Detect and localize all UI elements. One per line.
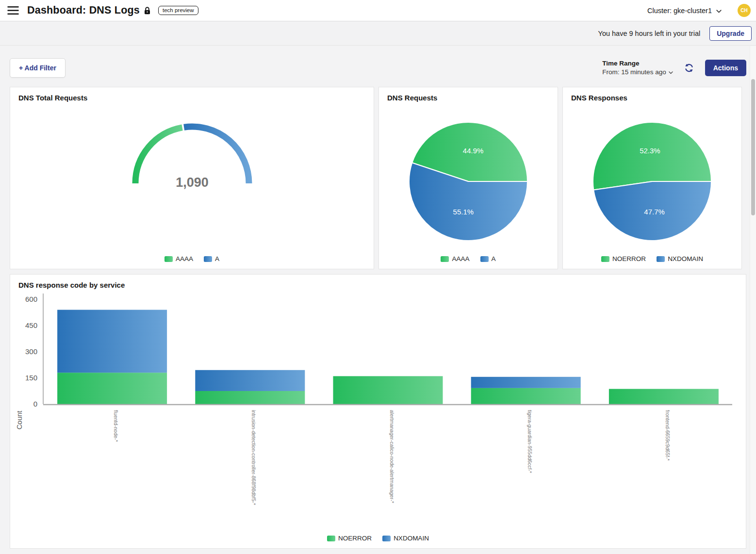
x-category-label: intrusion-detection-controller-868f98dbf… (251, 410, 257, 505)
y-tick-label: 600 (25, 295, 37, 303)
actions-button[interactable]: Actions (705, 60, 746, 76)
legend-swatch (480, 256, 489, 262)
pie-slice-label: 47.7% (644, 208, 665, 216)
legend-label: NXDOMAIN (668, 255, 703, 262)
x-category-label: fluentd-node-* (113, 410, 119, 442)
gauge-chart: 1,090 (10, 87, 374, 269)
pie-svg: 44.9%55.1% (379, 87, 558, 269)
time-range-label: Time Range (602, 59, 673, 68)
chart-legend: NOERRORNXDOMAIN (563, 255, 741, 262)
charts-row: DNS Total Requests 1,090 AAAAA DNS Reque… (10, 87, 746, 269)
legend-swatch (601, 256, 609, 262)
pie-slice-label: 52.3% (640, 147, 660, 155)
x-category-label: alertmanager-calico-node-alertmanager-* (389, 410, 395, 503)
bar-segment-nxdomain[interactable] (195, 370, 305, 391)
y-tick-label: 0 (33, 400, 37, 408)
chart-legend: AAAAA (379, 255, 558, 262)
refresh-icon[interactable] (683, 62, 695, 74)
legend-item-nxdomain[interactable]: NXDOMAIN (657, 255, 703, 262)
legend-swatch (204, 256, 212, 262)
legend-label: A (492, 255, 496, 262)
cluster-selector-label: Cluster: gke-cluster1 (647, 7, 712, 15)
chart-title: DNS Responses (571, 94, 627, 102)
gauge-value: 1,090 (176, 175, 209, 190)
chart-legend: NOERRORNXDOMAIN (10, 535, 746, 542)
hamburger-menu-icon[interactable] (7, 5, 19, 16)
chart-title: DNS response code by service (18, 281, 125, 289)
scrollbar-track[interactable] (750, 46, 756, 554)
bar-segment-noerror[interactable] (333, 376, 443, 404)
y-axis-title: Count (16, 411, 23, 430)
legend-label: AAAA (452, 255, 469, 262)
chevron-down-icon (716, 7, 722, 15)
bar-segment-noerror[interactable] (57, 373, 167, 404)
legend-label: NOERROR (612, 255, 646, 262)
legend-item-a[interactable]: A (204, 255, 219, 262)
y-tick-label: 300 (25, 347, 37, 356)
pie-svg: 52.3%47.7% (563, 87, 741, 269)
legend-item-nxdomain[interactable]: NXDOMAIN (382, 535, 429, 542)
legend-label: AAAA (176, 255, 193, 262)
bar-segment-noerror[interactable] (471, 388, 581, 404)
toolbar-right-group: Time Range From: 15 minutes ago Actions (602, 59, 746, 76)
legend-swatch (441, 256, 449, 262)
legend-item-noerror[interactable]: NOERROR (601, 255, 646, 262)
chart-title: DNS Total Requests (18, 94, 87, 102)
legend-item-aaaa[interactable]: AAAA (164, 255, 193, 262)
add-filter-button[interactable]: + Add Filter (10, 58, 66, 78)
legend-swatch (164, 256, 173, 262)
bar-segment-noerror[interactable] (609, 389, 719, 404)
trial-banner: You have 9 hours left in your trial Upgr… (0, 21, 756, 46)
pie-chart: 44.9%55.1% (379, 87, 558, 269)
x-category-label: tigera-guardian-955dd6ccf-* (527, 410, 533, 473)
bar-segment-noerror[interactable] (195, 391, 305, 404)
bar-chart-svg: 0150300450600fluentd-node-*intrusion-det… (10, 275, 733, 527)
time-range-value: From: 15 minutes ago (602, 68, 666, 77)
scrollbar-thumb[interactable] (751, 79, 755, 215)
tech-preview-badge: tech preview (158, 6, 198, 15)
legend-item-aaaa[interactable]: AAAA (441, 255, 469, 262)
y-tick-label: 150 (25, 374, 37, 382)
legend-item-noerror[interactable]: NOERROR (327, 535, 372, 542)
pie-slice-noerror[interactable] (593, 122, 711, 190)
pie-slice-label: 44.9% (463, 147, 484, 155)
lock-icon (144, 7, 150, 15)
bar-chart: 0150300450600fluentd-node-*intrusion-det… (10, 275, 746, 548)
chart-title: DNS Requests (387, 94, 437, 102)
upgrade-button[interactable]: Upgrade (709, 26, 752, 41)
trial-message: You have 9 hours left in your trial (598, 30, 701, 37)
card-dns-responses: DNS Responses 52.3%47.7% NOERRORNXDOMAIN (562, 87, 742, 269)
bar-segment-nxdomain[interactable] (471, 377, 581, 388)
pie-slice-label: 55.1% (453, 208, 474, 216)
time-range-selector[interactable]: Time Range From: 15 minutes ago (602, 59, 673, 76)
gauge-svg: 1,090 (117, 87, 267, 199)
legend-swatch (657, 256, 665, 262)
legend-label: NXDOMAIN (394, 535, 429, 542)
y-tick-label: 450 (25, 321, 37, 329)
avatar[interactable]: CH (738, 4, 751, 17)
chart-legend: AAAAA (10, 255, 374, 262)
legend-swatch (327, 536, 335, 541)
page-title: Dashboard: DNS Logs (27, 4, 140, 16)
x-category-label: frontend-6659c9d65f-* (665, 410, 671, 461)
card-dns-requests: DNS Requests 44.9%55.1% AAAAA (378, 87, 558, 269)
cluster-selector[interactable]: Cluster: gke-cluster1 (644, 6, 724, 15)
legend-label: A (215, 255, 219, 262)
dashboard-toolbar: + Add Filter Time Range From: 15 minutes… (10, 58, 746, 78)
chevron-down-icon (669, 68, 673, 77)
pie-chart: 52.3%47.7% (563, 87, 741, 269)
legend-item-a[interactable]: A (480, 255, 496, 262)
card-dns-total-requests: DNS Total Requests 1,090 AAAAA (10, 87, 374, 269)
gauge-arc-aaaa[interactable] (135, 128, 182, 183)
legend-swatch (382, 536, 391, 541)
card-dns-response-code-by-service: DNS response code by service 01503004506… (10, 274, 746, 549)
bar-segment-nxdomain[interactable] (57, 310, 167, 373)
legend-label: NOERROR (338, 535, 372, 542)
app-header: Dashboard: DNS Logs tech preview Cluster… (0, 0, 756, 21)
